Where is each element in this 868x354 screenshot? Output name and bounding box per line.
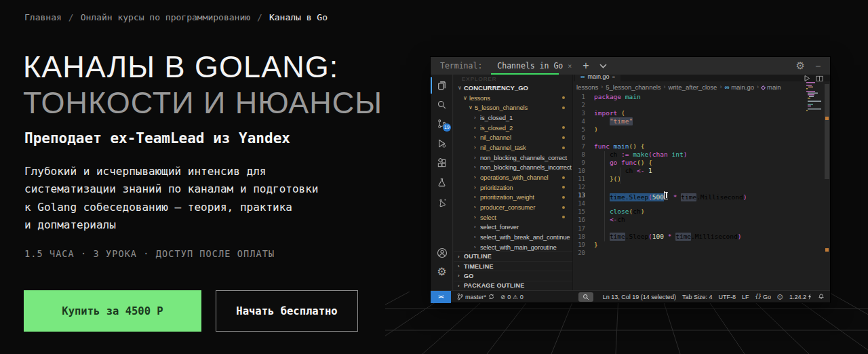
source-control-icon[interactable]: 19 bbox=[431, 115, 453, 132]
tree-item-non_blocking_channels_incorrect[interactable]: ›non_blocking_channels_incorrect bbox=[454, 163, 572, 173]
remote-indicator[interactable]: >< bbox=[431, 291, 451, 303]
code-area[interactable]: 1package main23import (4 "time"5)67func … bbox=[574, 93, 830, 290]
errors-count: 0 bbox=[507, 294, 511, 300]
problems-indicator[interactable]: ⊘ 0 ⚠ 0 bbox=[500, 294, 524, 300]
go-file-icon: ∞ bbox=[580, 75, 585, 80]
modified-dot bbox=[562, 126, 565, 129]
manage-gear-icon[interactable]: ⚙ bbox=[431, 262, 453, 280]
code-line[interactable]: 13 time.Sleep(500 * time.Millisecond) bbox=[574, 191, 830, 199]
language-mode[interactable]: {}Go bbox=[755, 294, 771, 300]
code-line[interactable]: 10 ch <- 1 bbox=[574, 167, 830, 175]
tree-item-nil_channel[interactable]: ›nil_channel bbox=[454, 132, 572, 142]
tab-close-icon[interactable]: × bbox=[612, 75, 615, 80]
explorer-icon[interactable] bbox=[431, 77, 453, 94]
errors-icon: ⊘ bbox=[500, 294, 505, 300]
code-line[interactable]: 2 bbox=[574, 101, 830, 109]
code-line[interactable]: 1package main bbox=[574, 93, 830, 101]
code-editor[interactable]: ∞ main.go × lessons›5_lesson_channels›wr… bbox=[574, 75, 830, 290]
breadcrumb-separator: / bbox=[68, 12, 74, 22]
indent-guide bbox=[604, 151, 605, 241]
code-line[interactable]: 6 bbox=[574, 134, 830, 142]
buy-button[interactable]: Купить за 4500 Р bbox=[24, 290, 201, 332]
explorer-header: EXPLORER bbox=[454, 75, 572, 82]
go-version[interactable]: 1.24.2 bbox=[789, 294, 812, 300]
panel-package-outline[interactable]: ›PACKAGE OUTLINE bbox=[454, 281, 572, 290]
tree-item-concurrency_go[interactable]: ∨CONCURRENCY_GO bbox=[454, 83, 572, 93]
course-description: Глубокий и исчерпывающий интенсив для си… bbox=[24, 163, 318, 234]
tree-item-nil_channel_task[interactable]: ›nil_channel_task bbox=[454, 142, 572, 153]
scroll-marker bbox=[825, 117, 829, 120]
cursor-position[interactable]: Ln 13, Col 19 (14 selected) bbox=[603, 294, 676, 300]
modified-dot bbox=[562, 146, 565, 149]
tree-item-select_forever[interactable]: ›select_forever bbox=[454, 222, 572, 233]
add-tab-icon[interactable]: + bbox=[583, 60, 589, 72]
modified-dot bbox=[562, 106, 565, 109]
breadcrumb-main[interactable]: main bbox=[762, 83, 781, 91]
player-tab-label[interactable]: Channels in Go bbox=[497, 61, 563, 71]
feedback-smiley-icon[interactable]: ☺ bbox=[777, 294, 783, 300]
tree-item-non_blocking_channels_correct[interactable]: ›non_blocking_channels_correct bbox=[454, 153, 572, 163]
code-line[interactable]: 7func main() { bbox=[574, 142, 830, 151]
branch-name: master* bbox=[465, 294, 486, 300]
tree-item-5_lesson_channels[interactable]: ∨5_lesson_channels bbox=[454, 102, 572, 113]
breadcrumb-main.go[interactable]: ∞main.go bbox=[724, 83, 754, 91]
code-line[interactable]: 16 <-ch bbox=[574, 216, 830, 224]
tree-item-is_closed_1[interactable]: ›is_closed_1 bbox=[454, 113, 572, 123]
tree-item-lessons[interactable]: ∨lessons bbox=[454, 93, 572, 103]
lab-icon[interactable] bbox=[431, 194, 453, 212]
tree-item-operations_with_channel[interactable]: ›operations_with_channel bbox=[454, 172, 572, 182]
search-mode-indicator[interactable] bbox=[578, 292, 593, 302]
go-file-icon: ∞ bbox=[724, 83, 729, 91]
tab-close-icon[interactable]: × bbox=[568, 62, 572, 70]
code-line[interactable]: 9 go func() { bbox=[574, 159, 830, 167]
tree-item-producer_consumer[interactable]: ›producer_consumer bbox=[454, 202, 572, 212]
run-debug-icon[interactable] bbox=[431, 134, 453, 152]
minimap[interactable] bbox=[805, 81, 823, 112]
warnings-icon: ⚠ bbox=[513, 294, 518, 300]
code-line[interactable]: 20 bbox=[574, 249, 830, 257]
testing-icon[interactable] bbox=[431, 174, 453, 191]
tree-item-prioritization[interactable]: ›prioritization bbox=[454, 182, 572, 193]
breadcrumb-item[interactable]: Главная bbox=[24, 12, 62, 22]
code-line[interactable]: 15 close(ch) bbox=[574, 208, 830, 216]
settings-gear-icon[interactable]: ⚙ bbox=[796, 60, 805, 72]
code-line[interactable]: 19} bbox=[574, 241, 830, 249]
code-line[interactable]: 17 bbox=[574, 224, 830, 233]
code-line[interactable]: 8 ch := make(chan int) bbox=[574, 151, 830, 159]
code-line[interactable]: 18 time.Sleep(100 * time.Millisecond) bbox=[574, 233, 830, 241]
minimize-icon[interactable]: — bbox=[816, 61, 821, 71]
breadcrumb-item: Каналы в Go bbox=[269, 12, 328, 22]
panel-go[interactable]: ›GO bbox=[454, 271, 572, 280]
scrollbar-handle[interactable] bbox=[825, 84, 829, 179]
editor-breadcrumb: lessons›5_lesson_channels›write_after_cl… bbox=[576, 81, 803, 92]
eol[interactable]: LF bbox=[742, 294, 749, 300]
breadcrumb-item[interactable]: Онлайн курсы по программированию bbox=[81, 12, 250, 22]
panel-outline[interactable]: ›OUTLINE bbox=[454, 251, 572, 260]
account-icon[interactable] bbox=[431, 244, 453, 262]
tab-size[interactable]: Tab Size: 4 bbox=[682, 294, 713, 300]
tree-item-select_with_break_and_continue[interactable]: ›select_with_break_and_continue bbox=[454, 232, 572, 242]
tree-item-is_closed_2[interactable]: ›is_closed_2 bbox=[454, 123, 572, 133]
code-line[interactable]: 11 }() bbox=[574, 175, 830, 183]
search-icon[interactable] bbox=[431, 96, 453, 113]
tree-item-select[interactable]: ›select bbox=[454, 212, 572, 222]
code-line[interactable]: 5) bbox=[574, 125, 830, 134]
bell-icon[interactable] bbox=[818, 293, 825, 300]
editor-scrollbar[interactable] bbox=[824, 81, 830, 290]
encoding[interactable]: UTF-8 bbox=[718, 294, 736, 300]
editor-tab-maingo[interactable]: ∞ main.go × bbox=[575, 75, 620, 81]
sidebar-panels: ›OUTLINE›TIMELINE›GO›PACKAGE OUTLINE bbox=[454, 251, 572, 290]
extensions-icon[interactable] bbox=[431, 154, 453, 172]
code-line[interactable]: 4 "time" bbox=[574, 117, 830, 125]
breadcrumb: Главная/Онлайн курсы по программированию… bbox=[24, 12, 328, 22]
tree-item-prioritization_weight[interactable]: ›prioritization_weight bbox=[454, 193, 572, 203]
breadcrumb-5_lesson_channels[interactable]: 5_lesson_channels bbox=[606, 83, 660, 91]
code-line[interactable]: 3import ( bbox=[574, 109, 830, 117]
chevron-down-icon[interactable] bbox=[599, 63, 608, 69]
code-line[interactable]: 12 bbox=[574, 183, 830, 191]
panel-timeline[interactable]: ›TIMELINE bbox=[454, 261, 572, 271]
breadcrumb-write_after_close[interactable]: write_after_close bbox=[669, 83, 717, 91]
git-branch[interactable]: master* bbox=[457, 293, 494, 300]
breadcrumb-lessons[interactable]: lessons bbox=[576, 83, 598, 91]
start-free-button[interactable]: Начать бесплатно bbox=[216, 290, 358, 332]
